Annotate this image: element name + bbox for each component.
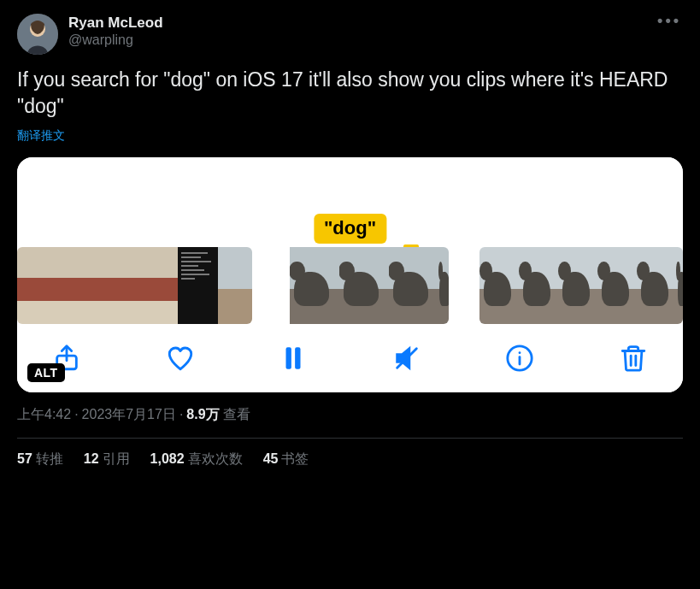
thumbnail-frame [97, 247, 138, 324]
pause-icon[interactable] [274, 339, 312, 377]
clip-group-3 [479, 247, 683, 324]
thumbnail-frame [57, 247, 97, 324]
info-icon[interactable] [501, 339, 538, 377]
media-top-area: "dog" [17, 157, 683, 247]
thumbnail-frame [339, 247, 389, 324]
timestamp-date[interactable]: 2023年7月17日 [82, 407, 176, 421]
tweet-stats: 57转推 12引用 1,082喜欢次数 45书签 [17, 439, 683, 468]
display-name[interactable]: Ryan McLeod [68, 14, 163, 32]
avatar[interactable] [17, 14, 58, 55]
thumbnail-frame [290, 247, 339, 324]
thumbnail-frame [138, 247, 178, 324]
thumbnail-frame [178, 247, 218, 324]
views-count: 8.9万 [186, 407, 219, 421]
thumbnail-frame [558, 247, 597, 324]
thumbnail-frame [637, 247, 676, 324]
tweet-header: Ryan McLeod @warpling [17, 14, 683, 55]
clip-group-1 [17, 247, 252, 324]
svg-rect-3 [286, 347, 291, 369]
svg-rect-4 [295, 347, 300, 369]
media-toolbar [17, 324, 683, 392]
clip-group-2 [283, 247, 450, 324]
heart-icon[interactable] [162, 339, 199, 377]
tweet-container: Ryan McLeod @warpling ••• If you search … [0, 0, 700, 477]
thumbnail-frame [438, 247, 450, 324]
tweet-meta: 上午4:42·2023年7月17日·8.9万 查看 [17, 406, 683, 424]
alt-badge[interactable]: ALT [27, 363, 65, 382]
search-result-tag: "dog" [314, 214, 386, 244]
svg-point-8 [519, 351, 521, 354]
likes-stat[interactable]: 1,082喜欢次数 [150, 451, 243, 468]
video-filmstrip[interactable] [17, 247, 683, 324]
more-icon[interactable]: ••• [657, 12, 681, 30]
views-label: 查看 [223, 407, 250, 421]
mute-icon[interactable] [388, 339, 426, 377]
thumbnail-frame [597, 247, 637, 324]
thumbnail-frame [519, 247, 558, 324]
handle[interactable]: @warpling [68, 32, 163, 49]
author-names: Ryan McLeod @warpling [68, 14, 163, 49]
thumbnail-frame [389, 247, 438, 324]
translate-link[interactable]: 翻译推文 [17, 128, 65, 144]
media-card[interactable]: "dog" [17, 157, 683, 392]
bookmarks-stat[interactable]: 45书签 [263, 451, 309, 468]
trash-icon[interactable] [615, 339, 652, 377]
thumbnail-frame [479, 247, 519, 324]
timestamp-time[interactable]: 上午4:42 [17, 407, 71, 421]
thumbnail-frame [17, 247, 57, 324]
retweets-stat[interactable]: 57转推 [17, 451, 63, 468]
tweet-text: If you search for "dog" on iOS 17 it'll … [17, 67, 683, 120]
playhead[interactable] [285, 247, 290, 324]
quotes-stat[interactable]: 12引用 [84, 451, 130, 468]
thumbnail-frame [676, 247, 683, 324]
thumbnail-frame [218, 247, 252, 324]
